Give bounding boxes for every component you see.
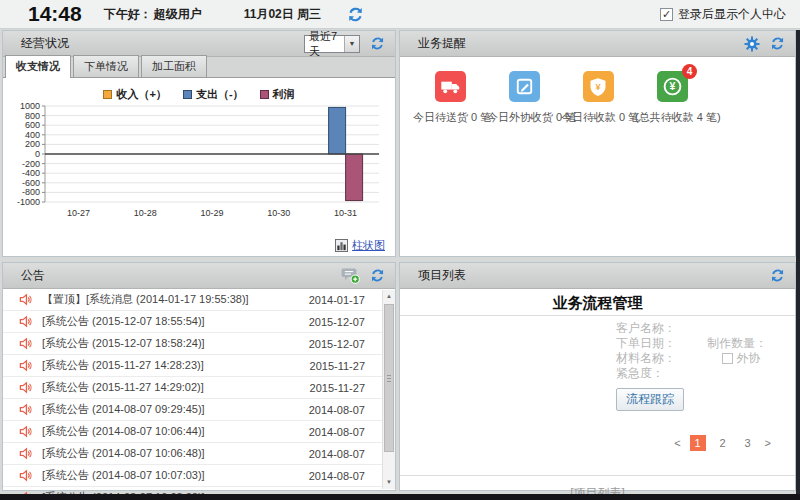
chart-area: 收入（+）支出（-）利润 -1000-800-600-400-200020040… <box>3 78 395 257</box>
speaker-icon <box>19 337 32 350</box>
pagination-prev[interactable]: < <box>674 437 680 449</box>
projects-header: 项目列表 <box>400 263 795 289</box>
business-status-panel: 经营状况 最近7天 ▼ 收支情况 下单情况 加工面积 收入（+）支出（-）利润 … <box>2 30 396 257</box>
svg-text:10-27: 10-27 <box>67 208 90 218</box>
announcement-date: 2014-01-17 <box>309 294 365 306</box>
tab-income-expense[interactable]: 收支情况 <box>5 55 71 78</box>
scrollbar-thumb[interactable] <box>384 304 394 452</box>
announcement-text: [系统公告 (2015-12-07 18:55:54)] <box>42 314 205 329</box>
announcement-text: [系统公告 (2014-08-07 10:06:44)] <box>42 424 205 439</box>
announcement-text: [系统公告 (2014-08-07 10:07:03)] <box>42 468 205 483</box>
gear-icon[interactable] <box>744 36 760 52</box>
announcement-text: [系统公告 (2014-08-07 09:29:45)] <box>42 402 205 417</box>
edit-icon <box>509 71 540 102</box>
right-edge <box>796 30 800 494</box>
reminder-card[interactable]: 今日待送货 0 笔 <box>413 71 487 125</box>
current-date: 11月02日 周三 <box>244 6 321 23</box>
svg-text:1000: 1000 <box>20 102 40 111</box>
announcement-row[interactable]: [系统公告 (2014-08-07 09:29:45)] 2014-08-07 <box>3 399 395 421</box>
announcement-date: 2014-08-07 <box>309 404 365 416</box>
badge: 4 <box>682 64 697 79</box>
svg-text:-800: -800 <box>22 187 40 197</box>
announcement-row[interactable]: [系统公告 (2015-11-27 14:28:23)] 2015-11-27 <box>3 355 395 377</box>
add-message-icon[interactable] <box>341 267 360 284</box>
speaker-icon <box>19 469 32 482</box>
reminder-cards: 今日待送货 0 笔 今日外协收货 0 笔 ¥ 今日待收款 0 笔 ¥ 4 (总共… <box>400 57 795 125</box>
svg-text:10-29: 10-29 <box>200 208 223 218</box>
announcement-row[interactable]: [系统公告 (2015-12-07 18:55:54)] 2015-12-07 <box>3 311 395 333</box>
pagination-page-3[interactable]: 3 <box>740 435 756 451</box>
legend-swatch <box>103 90 112 99</box>
outsource-label: 外协 <box>736 351 760 365</box>
chart-tabbar: 收支情况 下单情况 加工面积 <box>3 57 395 78</box>
legend-swatch <box>183 90 192 99</box>
yuan-shield-icon: ¥ <box>583 71 614 102</box>
reminders-header: 业务提醒 <box>400 31 795 57</box>
svg-text:-1000: -1000 <box>17 197 40 207</box>
pagination: < 1 2 3 > <box>674 435 771 451</box>
panel-title: 经营状况 <box>21 35 69 52</box>
reminder-card[interactable]: 今日外协收货 0 笔 <box>487 71 561 125</box>
pagination-next[interactable]: > <box>765 437 771 449</box>
announcement-row[interactable]: [系统公告 (2014-08-07 10:06:48)] 2014-08-07 <box>3 443 395 465</box>
announcement-text: [系统公告 (2015-11-27 14:28:23)] <box>42 358 204 373</box>
order-date-label: 下单日期： <box>616 336 676 350</box>
pagination-page-1[interactable]: 1 <box>690 435 706 451</box>
chart-legend: 收入（+）支出（-）利润 <box>3 78 395 102</box>
scroll-up-icon[interactable]: ▲ <box>383 290 395 303</box>
refresh-icon[interactable] <box>370 36 385 51</box>
tab-orders[interactable]: 下单情况 <box>73 55 139 77</box>
announcement-date: 2015-12-07 <box>309 338 365 350</box>
speaker-icon <box>19 359 32 372</box>
customer-name-label: 客户名称： <box>616 321 676 335</box>
announcement-row[interactable]: 【置顶】[系统消息 (2014-01-17 19:55:38)] 2014-01… <box>3 289 395 311</box>
legend-item: 收入（+） <box>103 86 166 102</box>
refresh-icon[interactable] <box>770 36 785 51</box>
reminder-card[interactable]: ¥ 4 (总共待收款 4 笔) <box>635 71 709 125</box>
announcement-row[interactable]: [系统公告 (2015-11-27 14:29:02)] 2015-11-27 <box>3 377 395 399</box>
outsource-checkbox[interactable] <box>722 353 733 364</box>
urgency-label: 紧急度： <box>616 366 664 380</box>
panel-title: 业务提醒 <box>418 35 466 52</box>
legend-item: 支出（-） <box>183 86 244 102</box>
announcement-row[interactable]: [系统公告 (2014-08-07 10:07:03)] 2014-08-07 <box>3 465 395 487</box>
announcement-date: 2015-12-07 <box>309 316 365 328</box>
refresh-icon[interactable] <box>770 268 785 283</box>
date-range-select[interactable]: 最近7天 ▼ <box>304 35 360 53</box>
panel-title: 公告 <box>21 267 45 284</box>
personal-center-label: 登录后显示个人中心 <box>678 6 786 23</box>
bar-chart-link[interactable]: 柱状图 <box>335 238 385 253</box>
svg-text:10-30: 10-30 <box>267 208 290 218</box>
announcement-row[interactable]: [系统公告 (2014-08-07 10:06:44)] 2014-08-07 <box>3 421 395 443</box>
announcement-date: 2014-08-07 <box>309 448 365 460</box>
svg-text:800: 800 <box>25 111 40 121</box>
announcement-date: 2014-08-07 <box>309 470 365 482</box>
legend-swatch <box>260 90 269 99</box>
speaker-icon <box>19 403 32 416</box>
material-name-label: 材料名称： <box>616 351 676 365</box>
tab-processing-area[interactable]: 加工面积 <box>141 55 207 77</box>
scroll-down-icon[interactable]: ▼ <box>383 476 395 489</box>
reminder-card[interactable]: ¥ 今日待收款 0 笔 <box>561 71 635 125</box>
topbar: 14:48 下午好： 超级用户 11月02日 周三 ✓ 登录后显示个人中心 <box>0 0 800 29</box>
refresh-icon[interactable] <box>347 6 364 23</box>
speaker-icon <box>19 425 32 438</box>
announcement-row[interactable]: [系统公告 (2015-12-07 18:58:24)] 2015-12-07 <box>3 333 395 355</box>
speaker-icon <box>19 381 32 394</box>
process-track-button[interactable]: 流程跟踪 <box>616 388 684 411</box>
speaker-icon <box>19 447 32 460</box>
speaker-icon <box>19 315 32 328</box>
pagination-page-2[interactable]: 2 <box>715 435 731 451</box>
bar-chart: -1000-800-600-400-2000200400600800100010… <box>5 102 393 224</box>
svg-text:-600: -600 <box>22 178 40 188</box>
projects-panel: 项目列表 业务流程管理 客户名称： 下单日期： 制作数量： 材料名称： 外协 紧… <box>399 262 796 491</box>
current-user: 超级用户 <box>154 6 202 23</box>
scrollbar[interactable]: ▲ ▼ <box>382 290 395 489</box>
outsource-field: 外协 <box>722 351 760 365</box>
svg-text:¥: ¥ <box>669 80 675 92</box>
personal-center-checkbox[interactable]: ✓ <box>660 8 673 21</box>
svg-text:200: 200 <box>25 139 40 149</box>
chevron-down-icon: ▼ <box>344 36 359 52</box>
refresh-icon[interactable] <box>370 268 385 283</box>
svg-text:0: 0 <box>35 149 40 159</box>
